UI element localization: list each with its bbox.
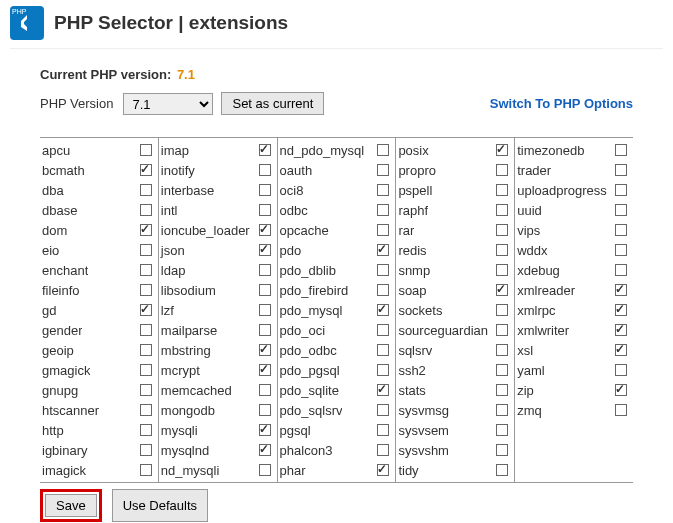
ext-checkbox-trader[interactable] <box>615 164 627 176</box>
ext-checkbox-pdo[interactable] <box>377 244 389 256</box>
ext-label: dba <box>40 183 64 198</box>
ext-checkbox-timezonedb[interactable] <box>615 144 627 156</box>
ext-checkbox-apcu[interactable] <box>140 144 152 156</box>
use-defaults-button[interactable]: Use Defaults <box>112 489 208 522</box>
ext-checkbox-zmq[interactable] <box>615 404 627 416</box>
ext-checkbox-dba[interactable] <box>140 184 152 196</box>
ext-checkbox-sysvsem[interactable] <box>496 424 508 436</box>
ext-checkbox-wddx[interactable] <box>615 244 627 256</box>
ext-row-yaml: yaml <box>515 360 627 380</box>
ext-checkbox-nd_pdo_mysql[interactable] <box>377 144 389 156</box>
ext-checkbox-yaml[interactable] <box>615 364 627 376</box>
ext-row-intl: intl <box>159 200 271 220</box>
ext-checkbox-pgsql[interactable] <box>377 424 389 436</box>
ext-checkbox-raphf[interactable] <box>496 204 508 216</box>
ext-checkbox-uuid[interactable] <box>615 204 627 216</box>
ext-checkbox-sourceguardian[interactable] <box>496 324 508 336</box>
ext-checkbox-odbc[interactable] <box>377 204 389 216</box>
ext-checkbox-mcrypt[interactable] <box>259 364 271 376</box>
php-version-select[interactable]: 7.1 <box>123 93 213 115</box>
ext-label: wddx <box>515 243 547 258</box>
ext-checkbox-htscanner[interactable] <box>140 404 152 416</box>
ext-checkbox-xdebug[interactable] <box>615 264 627 276</box>
ext-checkbox-gender[interactable] <box>140 324 152 336</box>
ext-checkbox-propro[interactable] <box>496 164 508 176</box>
ext-checkbox-opcache[interactable] <box>377 224 389 236</box>
ext-row-soap: soap <box>396 280 508 300</box>
ext-checkbox-pdo_firebird[interactable] <box>377 284 389 296</box>
ext-checkbox-pdo_sqlite[interactable] <box>377 384 389 396</box>
ext-column: timezonedbtraderuploadprogressuuidvipswd… <box>515 138 633 482</box>
ext-checkbox-uploadprogress[interactable] <box>615 184 627 196</box>
ext-checkbox-oci8[interactable] <box>377 184 389 196</box>
set-as-current-button[interactable]: Set as current <box>221 92 324 115</box>
ext-row-libsodium: libsodium <box>159 280 271 300</box>
ext-checkbox-oauth[interactable] <box>377 164 389 176</box>
ext-row-zip: zip <box>515 380 627 400</box>
ext-checkbox-enchant[interactable] <box>140 264 152 276</box>
ext-label: sockets <box>396 303 442 318</box>
ext-checkbox-mysqli[interactable] <box>259 424 271 436</box>
ext-checkbox-geoip[interactable] <box>140 344 152 356</box>
ext-checkbox-pdo_oci[interactable] <box>377 324 389 336</box>
ext-checkbox-http[interactable] <box>140 424 152 436</box>
ext-checkbox-tidy[interactable] <box>496 464 508 476</box>
ext-checkbox-xmlwriter[interactable] <box>615 324 627 336</box>
ext-checkbox-mailparse[interactable] <box>259 324 271 336</box>
ext-checkbox-igbinary[interactable] <box>140 444 152 456</box>
ext-checkbox-posix[interactable] <box>496 144 508 156</box>
ext-checkbox-ldap[interactable] <box>259 264 271 276</box>
ext-checkbox-nd_mysqli[interactable] <box>259 464 271 476</box>
save-button[interactable]: Save <box>45 494 97 517</box>
ext-label: pdo_dblib <box>278 263 336 278</box>
ext-row-mysqlnd: mysqlnd <box>159 440 271 460</box>
ext-checkbox-interbase[interactable] <box>259 184 271 196</box>
ext-checkbox-gmagick[interactable] <box>140 364 152 376</box>
ext-checkbox-phalcon3[interactable] <box>377 444 389 456</box>
switch-options-link[interactable]: Switch To PHP Options <box>490 96 633 111</box>
ext-checkbox-mbstring[interactable] <box>259 344 271 356</box>
ext-checkbox-pspell[interactable] <box>496 184 508 196</box>
ext-checkbox-sysvshm[interactable] <box>496 444 508 456</box>
ext-checkbox-pdo_odbc[interactable] <box>377 344 389 356</box>
ext-checkbox-stats[interactable] <box>496 384 508 396</box>
ext-label: pdo_mysql <box>278 303 343 318</box>
ext-checkbox-zip[interactable] <box>615 384 627 396</box>
ext-checkbox-gnupg[interactable] <box>140 384 152 396</box>
ext-checkbox-redis[interactable] <box>496 244 508 256</box>
ext-checkbox-soap[interactable] <box>496 284 508 296</box>
ext-checkbox-xmlreader[interactable] <box>615 284 627 296</box>
ext-checkbox-pdo_dblib[interactable] <box>377 264 389 276</box>
ext-checkbox-vips[interactable] <box>615 224 627 236</box>
ext-checkbox-mysqlnd[interactable] <box>259 444 271 456</box>
ext-checkbox-pdo_mysql[interactable] <box>377 304 389 316</box>
ext-checkbox-rar[interactable] <box>496 224 508 236</box>
ext-checkbox-dom[interactable] <box>140 224 152 236</box>
ext-checkbox-libsodium[interactable] <box>259 284 271 296</box>
ext-checkbox-mongodb[interactable] <box>259 404 271 416</box>
ext-checkbox-eio[interactable] <box>140 244 152 256</box>
ext-checkbox-sysvmsg[interactable] <box>496 404 508 416</box>
ext-checkbox-memcached[interactable] <box>259 384 271 396</box>
ext-label: apcu <box>40 143 70 158</box>
ext-checkbox-inotify[interactable] <box>259 164 271 176</box>
ext-checkbox-fileinfo[interactable] <box>140 284 152 296</box>
ext-checkbox-ssh2[interactable] <box>496 364 508 376</box>
ext-checkbox-gd[interactable] <box>140 304 152 316</box>
ext-checkbox-imagick[interactable] <box>140 464 152 476</box>
ext-checkbox-pdo_sqlsrv[interactable] <box>377 404 389 416</box>
ext-checkbox-xmlrpc[interactable] <box>615 304 627 316</box>
ext-checkbox-sqlsrv[interactable] <box>496 344 508 356</box>
ext-checkbox-json[interactable] <box>259 244 271 256</box>
ext-checkbox-lzf[interactable] <box>259 304 271 316</box>
ext-checkbox-phar[interactable] <box>377 464 389 476</box>
ext-checkbox-dbase[interactable] <box>140 204 152 216</box>
ext-checkbox-snmp[interactable] <box>496 264 508 276</box>
ext-checkbox-intl[interactable] <box>259 204 271 216</box>
ext-checkbox-pdo_pgsql[interactable] <box>377 364 389 376</box>
ext-checkbox-imap[interactable] <box>259 144 271 156</box>
ext-checkbox-sockets[interactable] <box>496 304 508 316</box>
ext-checkbox-ioncube_loader[interactable] <box>259 224 271 236</box>
ext-checkbox-bcmath[interactable] <box>140 164 152 176</box>
ext-checkbox-xsl[interactable] <box>615 344 627 356</box>
